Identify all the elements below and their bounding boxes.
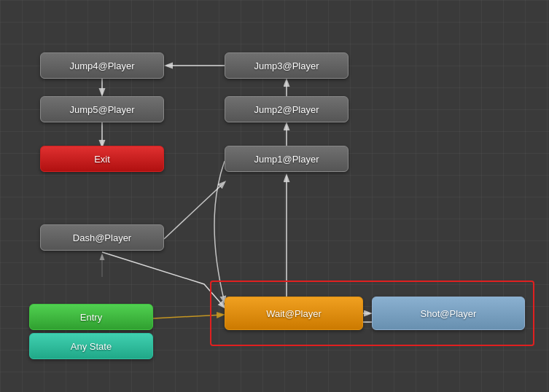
jump2-node[interactable]: Jump2@Player <box>225 96 349 122</box>
anystate-node[interactable]: Any State <box>29 333 153 359</box>
jump3-node[interactable]: Jump3@Player <box>225 52 349 79</box>
entry-node[interactable]: Entry <box>29 304 153 330</box>
dash-node[interactable]: Dash@Player <box>40 224 164 251</box>
exit-node[interactable]: Exit <box>40 146 164 172</box>
jump4-node[interactable]: Jump4@Player <box>40 52 164 79</box>
wait-node[interactable]: Wait@Player <box>225 297 363 330</box>
jump5-node[interactable]: Jump5@Player <box>40 96 164 122</box>
jump1-node[interactable]: Jump1@Player <box>225 146 349 172</box>
shot-node[interactable]: Shot@Player <box>372 297 525 330</box>
